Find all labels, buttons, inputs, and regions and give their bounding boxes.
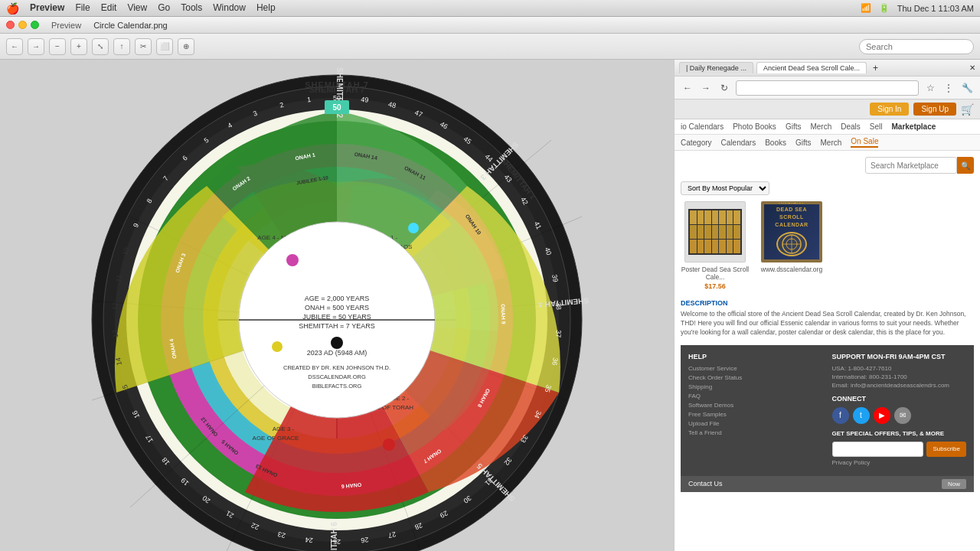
- svg-text:11: 11: [114, 274, 123, 283]
- minimize-button[interactable]: [18, 21, 27, 29]
- nav-sell[interactable]: Sell: [870, 122, 883, 131]
- subnav-calendars[interactable]: Calendars: [721, 139, 756, 147]
- product-description: DESCRIPTION Welcome to the official stor…: [681, 299, 974, 337]
- nav-deals[interactable]: Deals: [841, 122, 861, 131]
- menu-file[interactable]: File: [75, 2, 90, 15]
- svg-text:50: 50: [332, 103, 341, 112]
- svg-point-120: [272, 341, 283, 352]
- bookmark-icon[interactable]: ☆: [923, 83, 937, 93]
- nav-merch[interactable]: Merch: [810, 122, 831, 131]
- close-button[interactable]: [6, 21, 15, 29]
- fit-button[interactable]: ⤡: [92, 38, 109, 55]
- menu-view[interactable]: View: [127, 2, 147, 15]
- browser-back-button[interactable]: ←: [681, 83, 694, 93]
- browser-settings-icon[interactable]: ⋮: [942, 83, 956, 93]
- youtube-icon[interactable]: ▶: [874, 407, 890, 424]
- signup-button[interactable]: Sign Up: [913, 103, 956, 116]
- nav-io-calendars[interactable]: io Calendars: [681, 122, 724, 131]
- svg-text:2023 AD (5948 AM): 2023 AD (5948 AM): [307, 349, 368, 357]
- window-controls[interactable]: [6, 21, 39, 29]
- email-social-icon[interactable]: ✉: [894, 407, 911, 424]
- mac-menu-bar: 🍎 Preview File Edit View Go Tools Window…: [0, 0, 980, 17]
- address-input[interactable]: clientdeadseasirollcalendar: [736, 80, 919, 96]
- nav-photo-books[interactable]: Photo Books: [733, 122, 776, 131]
- menu-window[interactable]: Window: [213, 2, 246, 15]
- browser-title-bar: | Daily Renegade ... Ancient Dead Sea Sc…: [675, 60, 980, 77]
- cart-icon[interactable]: 🛒: [961, 103, 974, 116]
- footer-link-upload[interactable]: Upload File: [688, 420, 823, 427]
- nav-gifts[interactable]: Gifts: [786, 122, 802, 131]
- search-button[interactable]: ⊕: [178, 38, 194, 55]
- svg-text:SHEMITTAH 7: SHEMITTAH 7: [305, 80, 369, 90]
- crop-button[interactable]: ✂: [135, 38, 152, 55]
- product-card-ancient[interactable]: ANCIENTDEAD SEA SCROLLCALENDAR: [757, 201, 826, 290]
- subscribe-button[interactable]: Subscribe: [926, 442, 966, 457]
- mac-menus[interactable]: 🍎 Preview File Edit View Go Tools Window…: [6, 2, 276, 15]
- facebook-icon[interactable]: f: [832, 407, 849, 424]
- zoom-in-button[interactable]: +: [70, 38, 87, 55]
- menu-edit[interactable]: Edit: [101, 2, 117, 15]
- extensions-icon[interactable]: 🔧: [960, 83, 974, 93]
- maximize-button[interactable]: [31, 21, 39, 29]
- browser-tab-renegade[interactable]: | Daily Renegade ...: [679, 62, 753, 73]
- svg-point-119: [286, 254, 299, 266]
- contact-label: Contact Us: [688, 480, 723, 487]
- sort-select[interactable]: Sort By Most Popular: [681, 181, 769, 195]
- apple-menu[interactable]: 🍎: [6, 2, 19, 15]
- browser-tab-calendar[interactable]: Ancient Dead Sea Scroll Cale...: [756, 62, 867, 73]
- subnav-gifts[interactable]: Gifts: [795, 139, 812, 147]
- subnav-merch[interactable]: Merch: [821, 139, 842, 147]
- calendar-wheel-svg: SHEMITTAH 7 SHEMITTAH 1 SHEMITTAH 6 SHEM…: [69, 64, 605, 551]
- subnav-category[interactable]: Category: [681, 139, 712, 147]
- svg-text:38: 38: [554, 302, 563, 310]
- product-image-poster: [684, 201, 746, 262]
- menu-tools[interactable]: Tools: [181, 2, 202, 15]
- menu-go[interactable]: Go: [158, 2, 170, 15]
- file-title: Circle Calendar.png: [93, 21, 168, 30]
- footer-link-samples[interactable]: Free Samples: [688, 411, 823, 418]
- product-card-poster[interactable]: Poster Dead Sea Scroll Cale... $17.56: [681, 201, 750, 290]
- browser-refresh-button[interactable]: ↻: [717, 83, 731, 93]
- svg-text:49: 49: [361, 96, 369, 104]
- close-tab-icon[interactable]: ✕: [969, 64, 975, 72]
- newsletter-email-input[interactable]: [832, 442, 924, 457]
- forward-button[interactable]: →: [28, 38, 44, 55]
- share-button[interactable]: ↑: [113, 38, 130, 55]
- menu-preview[interactable]: Preview: [30, 2, 64, 15]
- product-image-ancient: ANCIENTDEAD SEA SCROLLCALENDAR: [761, 201, 822, 262]
- menu-help[interactable]: Help: [256, 2, 276, 15]
- nav-marketplace[interactable]: Marketplace: [892, 122, 936, 131]
- footer-link-tell-friend[interactable]: Tell a Friend: [688, 429, 823, 436]
- footer-email[interactable]: Email: info@ancientdeadseascalendrs.com: [832, 382, 967, 389]
- subnav-books[interactable]: Books: [765, 139, 786, 147]
- back-button[interactable]: ←: [6, 38, 23, 55]
- privacy-policy-link[interactable]: Privacy Policy: [832, 459, 967, 466]
- contact-now-button[interactable]: Now: [942, 479, 966, 489]
- mac-status-bar: 📶 🔋 Thu Dec 1 11:03 AM: [861, 3, 974, 13]
- description-section: DESCRIPTION Welcome to the official stor…: [681, 299, 974, 337]
- footer-help-col: HELP Customer Service Check Order Status…: [688, 353, 823, 468]
- zoom-out-button[interactable]: −: [49, 38, 66, 55]
- battery-icon: 🔋: [879, 3, 890, 13]
- footer-intl-phone: International: 800-231-1700: [832, 373, 967, 380]
- search-input[interactable]: [859, 39, 974, 54]
- svg-point-113: [331, 337, 343, 349]
- browser-forward-button[interactable]: →: [699, 83, 713, 93]
- new-tab-button[interactable]: +: [873, 63, 878, 73]
- svg-text:AGE 3 -: AGE 3 -: [273, 425, 295, 432]
- time-display: Thu Dec 1 11:03 AM: [897, 4, 974, 13]
- footer-link-customer-service[interactable]: Customer Service: [688, 365, 823, 372]
- footer-link-shipping[interactable]: Shipping: [688, 383, 823, 390]
- annotate-button[interactable]: ⬜: [156, 38, 173, 55]
- svg-text:SHEMITTAH = 7 YEARS: SHEMITTAH = 7 YEARS: [299, 322, 374, 330]
- twitter-icon[interactable]: t: [853, 407, 870, 424]
- product-price-poster: $17.56: [704, 282, 726, 290]
- marketplace-search-button[interactable]: 🔍: [957, 157, 974, 174]
- footer-link-faq[interactable]: FAQ: [688, 393, 823, 399]
- footer-link-order-status[interactable]: Check Order Status: [688, 374, 823, 381]
- footer-link-software[interactable]: Software Demos: [688, 402, 823, 409]
- svg-text:37: 37: [554, 330, 563, 338]
- marketplace-search-input[interactable]: [865, 157, 957, 174]
- subnav-on-sale[interactable]: On Sale: [851, 137, 878, 148]
- signin-button[interactable]: Sign In: [870, 103, 909, 116]
